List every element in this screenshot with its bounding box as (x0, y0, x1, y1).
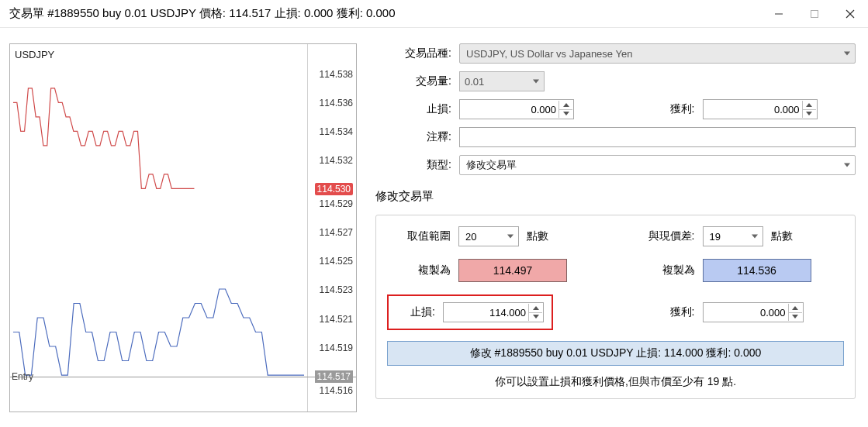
y-tick-label: 114.521 (320, 314, 353, 325)
order-form: 交易品種: USDJPY, US Dollar vs Japanese Yen … (375, 43, 856, 415)
arrow-down-icon[interactable] (802, 110, 816, 119)
y-tick-label: 114.525 (320, 256, 353, 267)
arrow-down-icon[interactable] (558, 110, 572, 119)
sl-label: 止損: (375, 102, 459, 116)
copy-sl-button[interactable]: 114.497 (458, 259, 567, 282)
entry-label: Entry (12, 371, 33, 382)
volume-label: 交易量: (375, 74, 459, 88)
modify-sl-label: 止損: (396, 305, 443, 319)
chart-canvas (10, 44, 308, 412)
y-tick-label: 114.538 (320, 69, 353, 80)
copy-sl-label: 複製為 (387, 263, 458, 277)
y-tick-label: 114.529 (320, 198, 353, 209)
entry-line (10, 377, 356, 377)
symbol-select[interactable]: USDJPY, US Dollar vs Japanese Yen (459, 43, 856, 64)
y-tick-label: 114.532 (320, 155, 353, 166)
range-unit: 點數 (527, 229, 548, 243)
copy-tp-label: 複製為 (616, 263, 703, 277)
price-chart: USDJPY 114.538114.536114.534114.532114.5… (9, 43, 357, 412)
y-tick-label: 114.527 (320, 227, 353, 238)
arrow-up-icon[interactable] (788, 304, 802, 313)
modify-group-title: 修改交易單 (375, 189, 856, 204)
diff-select[interactable]: 19 (703, 226, 763, 246)
range-label: 取值範圍 (387, 229, 458, 243)
close-button[interactable] (832, 0, 868, 28)
modify-hint: 你可以設置止損和獲利價格,但與市價至少有 19 點. (387, 375, 844, 389)
arrow-up-icon[interactable] (558, 101, 572, 110)
symbol-label: 交易品種: (375, 46, 459, 60)
titlebar: 交易單 #1889550 buy 0.01 USDJPY 價格: 114.517… (0, 0, 868, 28)
type-select[interactable]: 修改交易單 (459, 155, 856, 175)
range-select[interactable]: 20 (458, 226, 519, 246)
modify-panel: 取值範圍 20 點數 與現價差: 19 點數 (375, 215, 856, 399)
chevron-down-icon (844, 52, 850, 56)
arrow-down-icon[interactable] (528, 313, 542, 322)
arrow-up-icon[interactable] (802, 101, 816, 110)
window-controls (761, 0, 868, 28)
y-tick-label: 114.523 (320, 284, 353, 295)
tp-input[interactable]: 0.000 (703, 99, 818, 119)
volume-input[interactable]: 0.01 (459, 71, 545, 91)
tp-label: 獲利: (616, 102, 703, 116)
y-tick-label: 114.536 (320, 98, 353, 108)
copy-tp-button[interactable]: 114.536 (703, 259, 811, 282)
sl-input[interactable]: 0.000 (459, 99, 574, 119)
modify-tp-label: 獲利: (616, 305, 703, 319)
svg-rect-1 (811, 10, 818, 17)
chevron-down-icon (533, 80, 539, 84)
chevron-down-icon (752, 235, 758, 239)
arrow-down-icon[interactable] (788, 313, 802, 322)
minimize-button[interactable] (761, 0, 797, 28)
y-tick-label: 114.516 (320, 385, 353, 396)
maximize-button[interactable] (797, 0, 832, 28)
diff-label: 與現價差: (616, 229, 703, 243)
window-title: 交易單 #1889550 buy 0.01 USDJPY 價格: 114.517… (9, 6, 396, 21)
y-tick-label: 114.534 (320, 126, 353, 137)
modify-sl-input[interactable]: 114.000 (443, 302, 544, 322)
diff-unit: 點數 (771, 229, 793, 243)
chevron-down-icon (844, 164, 850, 167)
chevron-down-icon (507, 235, 514, 239)
type-label: 類型: (375, 158, 459, 172)
comment-label: 注釋: (375, 130, 459, 144)
y-tick-label: 114.519 (320, 343, 353, 353)
modify-tp-input[interactable]: 0.000 (703, 302, 804, 322)
sl-highlight-frame: 止損: 114.000 (387, 294, 553, 330)
arrow-up-icon[interactable] (528, 304, 542, 313)
modify-submit-button[interactable]: 修改 #1889550 buy 0.01 USDJPY 止損: 114.000 … (387, 341, 844, 366)
comment-input[interactable] (459, 127, 856, 147)
y-tick-label: 114.530 (315, 183, 353, 195)
